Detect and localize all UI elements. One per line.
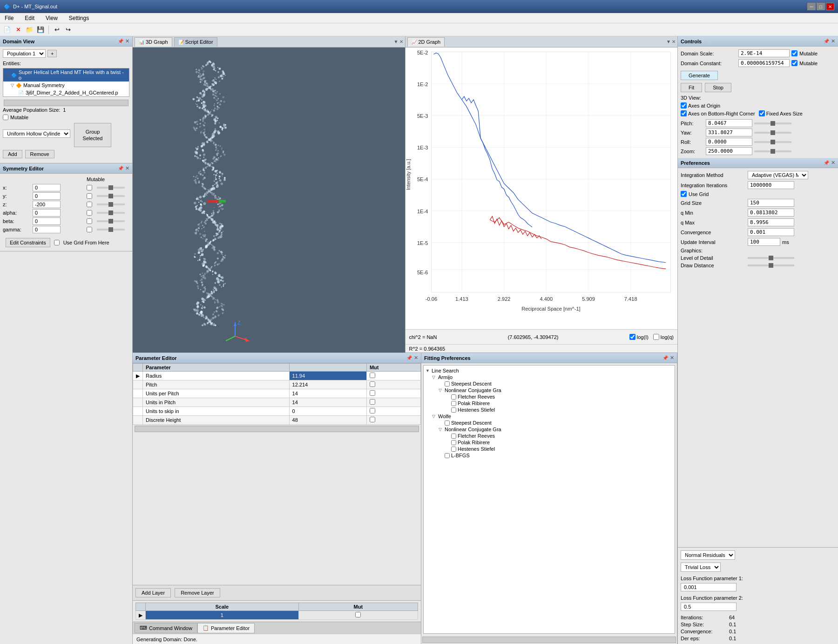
ft-cb-fr2[interactable] xyxy=(451,434,456,439)
pitch-slider[interactable] xyxy=(754,122,791,124)
fitting-tree-scrollbar[interactable] xyxy=(422,637,676,643)
sym-z-slider[interactable] xyxy=(97,203,125,205)
param-mut-cb-0[interactable] xyxy=(370,373,375,378)
group-selected-button[interactable]: GroupSelected xyxy=(74,123,111,147)
q-min-input[interactable] xyxy=(748,209,794,217)
population-add-button[interactable]: + xyxy=(47,50,57,57)
use-grid-checkbox[interactable] xyxy=(681,191,687,197)
add-layer-button[interactable]: Add Layer xyxy=(135,588,171,597)
generate-button[interactable]: Generate xyxy=(681,71,718,80)
param-mut-cb-1[interactable] xyxy=(370,381,375,387)
domain-scale-input[interactable] xyxy=(738,49,790,57)
roll-slider[interactable] xyxy=(754,141,791,143)
graph-3d-arrow-down[interactable]: ▼ xyxy=(394,39,399,44)
level-of-detail-slider[interactable] xyxy=(748,257,794,259)
axes-bottom-right-checkbox[interactable] xyxy=(681,110,687,116)
tab-2d-graph[interactable]: 📈 2D Graph xyxy=(407,37,445,47)
new-button[interactable]: 📄 xyxy=(2,25,12,35)
log-q-checkbox[interactable] xyxy=(653,334,659,340)
sym-x-input[interactable] xyxy=(33,184,61,191)
tab-3d-graph[interactable]: 📊 3D Graph xyxy=(135,37,172,47)
param-table-scrollbar[interactable] xyxy=(135,426,419,432)
integration-iterations-input[interactable] xyxy=(748,181,794,189)
tab-parameter-editor[interactable]: 📋 Parameter Editor xyxy=(197,623,255,633)
domain-scale-mutable-cb[interactable] xyxy=(791,50,797,56)
fitting-prefs-pin[interactable]: 📌 xyxy=(662,355,668,360)
graph-2d-arrow-down[interactable]: ▼ xyxy=(666,39,671,44)
ft-cb-sd1[interactable] xyxy=(445,381,450,386)
domain-constant-input[interactable] xyxy=(738,59,790,67)
zoom-slider[interactable] xyxy=(754,150,791,152)
pitch-input[interactable] xyxy=(706,119,752,127)
remove-button[interactable]: Remove xyxy=(25,150,54,158)
scale-value[interactable]: 1 xyxy=(146,611,299,620)
menu-edit[interactable]: Edit xyxy=(22,14,37,22)
sym-alpha-input[interactable] xyxy=(33,209,61,217)
undo-button[interactable]: ↩ xyxy=(52,25,62,35)
sym-z-checkbox[interactable] xyxy=(87,202,92,207)
tree-item-1[interactable]: ▽ 🔶 Manual Symmetry xyxy=(3,81,129,89)
minimize-button[interactable]: ─ xyxy=(807,3,816,10)
ft-cb-hs2[interactable] xyxy=(451,447,456,452)
param-editor-close[interactable]: ✕ xyxy=(414,355,418,361)
yaw-input[interactable] xyxy=(706,129,752,136)
axes-origin-checkbox[interactable] xyxy=(681,102,687,108)
sym-y-checkbox[interactable] xyxy=(87,193,92,199)
close-button[interactable]: ✕ xyxy=(826,3,834,10)
menu-view[interactable]: View xyxy=(43,14,61,22)
convergence-input[interactable] xyxy=(748,228,794,236)
tab-command-window[interactable]: ⌨ Command Window xyxy=(135,623,197,633)
param-mut-cb-2[interactable] xyxy=(370,390,375,396)
trivial-loss-dropdown[interactable]: Trivial Loss xyxy=(681,563,721,572)
stop-button[interactable]: Stop xyxy=(705,83,731,92)
fitting-prefs-close[interactable]: ✕ xyxy=(670,355,674,361)
normal-residuals-dropdown[interactable]: Normal Residuals xyxy=(681,550,735,560)
param-mut-cb-5[interactable] xyxy=(370,417,375,422)
log-i-checkbox[interactable] xyxy=(629,334,635,340)
sym-alpha-slider[interactable] xyxy=(97,212,125,214)
remove-layer-button[interactable]: Remove Layer xyxy=(175,588,220,597)
open-button[interactable]: 📁 xyxy=(24,25,34,35)
tree-item-0[interactable]: ▼ 🔷 Super Helical Left Hand MT Helix wit… xyxy=(3,68,129,81)
menu-file[interactable]: File xyxy=(2,14,16,22)
zoom-input[interactable] xyxy=(706,147,752,155)
graph-2d-close[interactable]: ✕ xyxy=(672,39,676,44)
tab-script-editor[interactable]: 📝 Script Editor xyxy=(174,37,217,47)
population-dropdown[interactable]: Population 1 xyxy=(3,49,46,58)
domain-view-close[interactable]: ✕ xyxy=(125,38,129,44)
scale-mut-checkbox[interactable] xyxy=(355,612,361,617)
controls-pin[interactable]: 📌 xyxy=(824,39,829,44)
redo-button[interactable]: ↪ xyxy=(63,25,73,35)
loss-func1-input[interactable] xyxy=(681,583,737,591)
save-button[interactable]: 💾 xyxy=(35,25,46,35)
fit-button[interactable]: Fit xyxy=(681,83,702,92)
domain-constant-mutable-cb[interactable] xyxy=(791,60,797,66)
grid-size-input[interactable] xyxy=(748,199,794,207)
param-value-3[interactable]: 14 xyxy=(289,398,366,407)
param-mut-cb-3[interactable] xyxy=(370,399,375,405)
domain-view-pin[interactable]: 📌 xyxy=(118,39,123,44)
preferences-close[interactable]: ✕ xyxy=(831,160,835,166)
param-value-1[interactable]: 12.214 xyxy=(289,380,366,389)
roll-input[interactable] xyxy=(706,138,752,146)
param-value-4[interactable]: 0 xyxy=(289,407,366,416)
param-value-0[interactable]: 11.94 xyxy=(289,372,366,380)
param-editor-pin[interactable]: 📌 xyxy=(406,355,412,360)
maximize-button[interactable]: □ xyxy=(817,3,825,10)
sym-gamma-slider[interactable] xyxy=(97,229,125,230)
ft-cb-lbfgs[interactable] xyxy=(445,453,450,458)
tree-item-2[interactable]: 📄 3j6f_Dimer_2_2_Added_H_GCentered.p xyxy=(3,89,129,96)
param-mut-cb-4[interactable] xyxy=(370,408,375,414)
symmetry-editor-pin[interactable]: 📌 xyxy=(118,166,123,171)
sym-beta-checkbox[interactable] xyxy=(87,218,92,224)
menu-settings[interactable]: Settings xyxy=(66,14,92,22)
sym-z-input[interactable] xyxy=(33,201,61,208)
sym-gamma-checkbox[interactable] xyxy=(87,227,92,232)
edit-constraints-button[interactable]: Edit Constraints xyxy=(6,238,50,247)
param-value-2[interactable]: 14 xyxy=(289,389,366,398)
preferences-pin[interactable]: 📌 xyxy=(824,160,829,165)
fixed-axes-checkbox[interactable] xyxy=(759,110,765,116)
close-file-button[interactable]: ✕ xyxy=(13,25,23,35)
integration-method-dropdown[interactable]: Adaptive (VEGAS) Mo xyxy=(748,171,808,179)
draw-distance-slider[interactable] xyxy=(748,264,794,266)
